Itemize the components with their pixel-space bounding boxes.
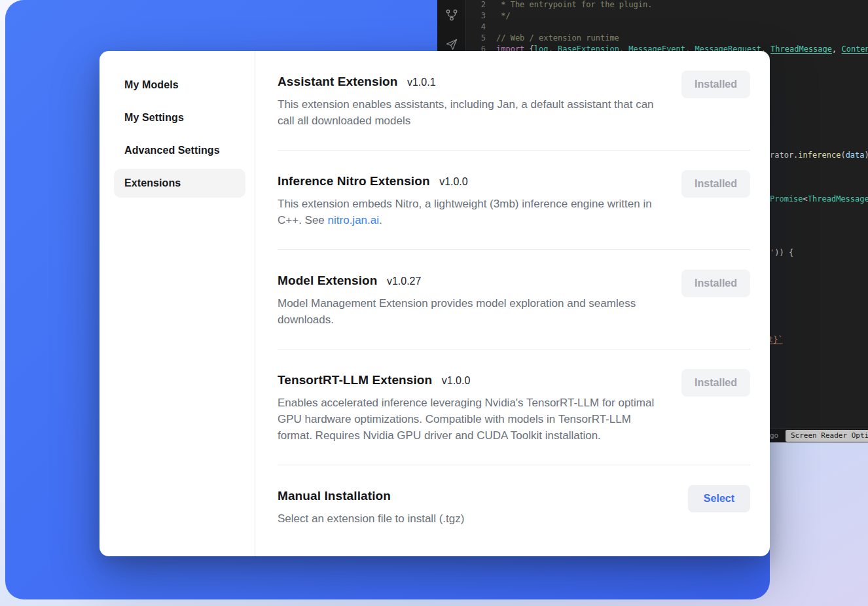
code-comment: */ <box>496 10 511 22</box>
code-comment: * The entrypoint for the plugin. <box>496 0 652 10</box>
installed-button[interactable]: Installed <box>681 270 750 297</box>
code-line: 2 * The entrypoint for the plugin. <box>466 0 868 10</box>
extension-title-row: Assistant Extension v1.0.1 <box>278 73 750 91</box>
extension-version: v1.0.1 <box>407 77 436 88</box>
manual-installation-description: Select an extension file to install (.tg… <box>278 510 656 527</box>
select-file-button[interactable]: Select <box>688 485 750 512</box>
extension-title-row: Model Extension v1.0.27 <box>278 272 750 290</box>
extension-version: v1.0.27 <box>387 276 421 287</box>
extension-name: Inference Nitro Extension <box>278 174 430 188</box>
extension-item-nitro: Inference Nitro Extension v1.0.0 This ex… <box>278 151 750 250</box>
extension-title-row: TensortRT-LLM Extension v1.0.0 <box>278 372 750 389</box>
page-background: 2 * The entrypoint for the plugin. 3 */ … <box>0 0 868 606</box>
extension-description: This extension embeds Nitro, a lightweig… <box>278 196 656 228</box>
nitro-jan-ai-link[interactable]: nitro.jan.ai. <box>328 214 382 226</box>
extension-description: This extension enables assistants, inclu… <box>278 96 656 129</box>
comma: , <box>832 45 841 54</box>
line-number: 2 <box>466 0 486 10</box>
code-fragment: ')) { <box>770 248 793 257</box>
extension-name: TensortRT-LLM Extension <box>278 373 432 387</box>
sidebar-item-my-models[interactable]: My Models <box>114 71 245 99</box>
extension-description: Enables accelerated inference leveraging… <box>278 395 656 444</box>
extension-item-model: Model Extension v1.0.27 Model Management… <box>278 250 750 349</box>
extension-version: v1.0.0 <box>442 375 471 386</box>
sidebar-item-advanced-settings[interactable]: Advanced Settings <box>114 136 245 165</box>
extension-name: Model Extension <box>278 274 377 287</box>
line-number: 5 <box>466 33 486 44</box>
extensions-panel: Assistant Extension v1.0.1 This extensio… <box>255 51 770 556</box>
extension-item-tensorrt: TensortRT-LLM Extension v1.0.0 Enables a… <box>278 349 750 465</box>
extension-title-row: Manual Installation <box>278 488 750 505</box>
extension-description: Model Management Extension provides mode… <box>278 295 656 328</box>
code-area: 2 * The entrypoint for the plugin. 3 */ … <box>466 0 868 55</box>
settings-sidebar: My Models My Settings Advanced Settings … <box>99 51 255 556</box>
manual-installation-section: Manual Installation Select an extension … <box>278 465 750 527</box>
extension-version: v1.0.0 <box>439 176 468 187</box>
installed-button[interactable]: Installed <box>681 71 750 98</box>
code-line: 4 <box>466 22 868 33</box>
code-fragment: Promise<ThreadMessage> <box>770 194 868 204</box>
manual-installation-title: Manual Installation <box>278 489 391 503</box>
sidebar-item-extensions[interactable]: Extensions <box>114 169 245 198</box>
code-fragment: t}` <box>769 335 783 344</box>
settings-modal: My Models My Settings Advanced Settings … <box>99 51 770 556</box>
code-comment: // Web / extension runtime <box>496 33 619 44</box>
status-language-mode[interactable]: go <box>770 431 778 440</box>
line-number: 3 <box>466 10 486 22</box>
sidebar-item-my-settings[interactable]: My Settings <box>114 103 245 132</box>
installed-button[interactable]: Installed <box>681 170 750 198</box>
extension-item-assistant: Assistant Extension v1.0.1 This extensio… <box>278 51 750 151</box>
code-line: 3 */ <box>466 10 868 22</box>
line-number: 4 <box>466 22 486 33</box>
import-name: ContentType <box>841 45 868 54</box>
import-name: ThreadMessage <box>770 45 832 54</box>
code-fragment: rator.inference(data)); <box>770 151 868 160</box>
installed-button[interactable]: Installed <box>681 369 750 397</box>
extension-title-row: Inference Nitro Extension v1.0.0 <box>278 173 750 190</box>
code-line: 5 // Web / extension runtime <box>466 33 868 44</box>
branch-icon[interactable] <box>444 8 459 24</box>
screen-reader-badge[interactable]: Screen Reader Optimize <box>786 430 868 442</box>
extension-name: Assistant Extension <box>278 75 398 88</box>
